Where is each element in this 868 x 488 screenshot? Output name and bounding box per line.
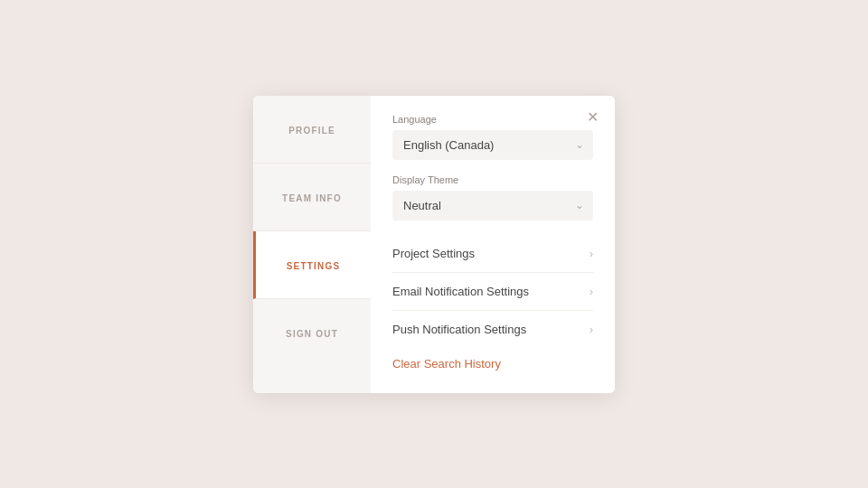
- sidebar-item-label-profile: PROFILE: [288, 126, 335, 136]
- project-settings-label: Project Settings: [392, 247, 475, 260]
- display-theme-select[interactable]: Neutral Light Dark: [392, 191, 593, 221]
- clear-search-history-button[interactable]: Clear Search History: [392, 357, 501, 371]
- sidebar: PROFILE TEAM INFO SETTINGS SIGN OUT: [253, 96, 371, 393]
- email-notification-settings-row[interactable]: Email Notification Settings ›: [392, 273, 593, 311]
- display-theme-field-group: Display Theme Neutral Light Dark ⌄: [392, 174, 593, 221]
- push-notification-settings-row[interactable]: Push Notification Settings ›: [392, 311, 593, 348]
- main-content: ✕ Language English (Canada) French (Cana…: [371, 96, 615, 393]
- sidebar-item-team-info[interactable]: TEAM INFO: [253, 164, 371, 231]
- language-field-group: Language English (Canada) French (Canada…: [392, 114, 593, 160]
- language-select[interactable]: English (Canada) French (Canada) English…: [392, 130, 593, 160]
- sidebar-item-label-sign-out: SIGN OUT: [286, 329, 338, 339]
- sidebar-item-profile[interactable]: PROFILE: [253, 96, 371, 164]
- push-notification-settings-label: Push Notification Settings: [392, 323, 526, 336]
- sidebar-item-settings[interactable]: SETTINGS: [253, 231, 371, 299]
- display-theme-label: Display Theme: [392, 174, 593, 185]
- settings-modal: PROFILE TEAM INFO SETTINGS SIGN OUT ✕ La…: [253, 96, 615, 393]
- sidebar-item-sign-out[interactable]: SIGN OUT: [253, 299, 371, 366]
- project-settings-row[interactable]: Project Settings ›: [392, 235, 593, 273]
- email-notification-settings-label: Email Notification Settings: [392, 285, 529, 298]
- display-theme-select-wrapper: Neutral Light Dark ⌄: [392, 191, 593, 221]
- sidebar-item-label-settings: SETTINGS: [287, 261, 341, 271]
- push-notification-chevron-icon: ›: [590, 323, 593, 336]
- language-label: Language: [392, 114, 593, 125]
- email-notification-chevron-icon: ›: [590, 285, 593, 298]
- close-button[interactable]: ✕: [583, 108, 602, 127]
- sidebar-item-label-team-info: TEAM INFO: [282, 193, 342, 203]
- project-settings-chevron-icon: ›: [590, 247, 593, 260]
- language-select-wrapper: English (Canada) French (Canada) English…: [392, 130, 593, 160]
